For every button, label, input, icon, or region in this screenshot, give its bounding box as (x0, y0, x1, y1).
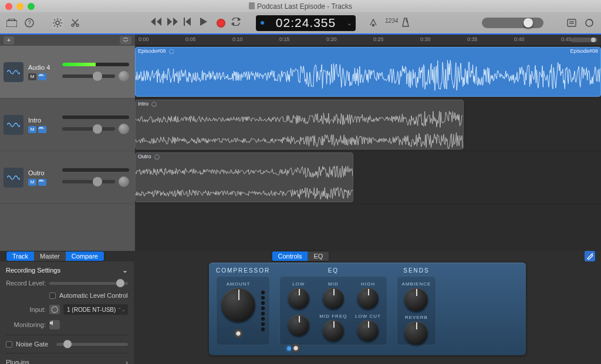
close-icon[interactable] (5, 3, 12, 10)
track-header-options[interactable] (120, 36, 131, 45)
eq-knob[interactable] (357, 320, 379, 341)
svg-line-8 (54, 19, 55, 21)
ambience-knob[interactable] (404, 288, 428, 311)
mute-button[interactable]: M (28, 126, 36, 133)
tuner-icon[interactable] (369, 18, 379, 28)
settings-icon[interactable] (52, 17, 63, 29)
monitoring-button[interactable] (49, 320, 60, 329)
region-label: Episode#08 (570, 48, 598, 54)
pan-knob[interactable] (119, 71, 129, 81)
track-type-icon (4, 115, 23, 135)
smart-controls-panel: Track Master Compare Controls EQ Recordi… (0, 251, 601, 364)
noise-gate-checkbox[interactable] (6, 341, 12, 348)
mute-button[interactable]: M (28, 179, 36, 186)
count-in-button[interactable]: 1234 (385, 18, 396, 28)
time-ruler[interactable]: 0:000:050:100:150:200:250:300:350:400:45 (135, 35, 601, 46)
maximize-icon[interactable] (28, 3, 35, 10)
audio-region[interactable]: Outro ◯ (135, 152, 353, 202)
eq-knob[interactable] (288, 288, 309, 309)
track-type-icon (4, 62, 23, 82)
svg-marker-17 (157, 18, 161, 26)
region-label: Outro ◯ (138, 154, 160, 159)
eq-knob-label: MID (328, 281, 339, 287)
mute-button[interactable]: M (28, 73, 36, 80)
chevron-down-icon[interactable]: ⌄ (122, 266, 128, 274)
audio-region[interactable]: Intro ◯ (135, 100, 464, 149)
eq-knob[interactable] (357, 288, 379, 309)
audio-region[interactable]: Episode#08 ◯Episode#08 (135, 47, 601, 97)
inspector-tabs[interactable]: Track Master Compare (6, 251, 104, 261)
recording-settings: Recording Settings ⌄ Record Level: Autom… (0, 261, 134, 364)
metronome-icon[interactable] (401, 18, 412, 28)
zoom-slider[interactable] (571, 38, 597, 42)
noise-gate-slider[interactable] (56, 343, 128, 346)
document-icon (249, 2, 255, 9)
tab-master[interactable]: Master (34, 251, 66, 261)
svg-line-11 (54, 25, 55, 26)
master-volume-slider[interactable] (482, 18, 543, 28)
track-lane[interactable]: Outro ◯ (135, 151, 601, 204)
compressor-amount-knob[interactable] (221, 288, 255, 322)
eq-knob-label: LOW (292, 281, 305, 287)
eq-knob[interactable] (323, 288, 344, 309)
eq-knob[interactable] (323, 320, 344, 341)
ruler-tick: 0:40 (514, 36, 525, 42)
tab-compare[interactable]: Compare (66, 251, 104, 261)
track-lane[interactable]: Episode#08 ◯Episode#08 (135, 46, 601, 98)
loops-icon[interactable] (583, 17, 595, 29)
ruler-tick: 0:15 (279, 36, 290, 42)
pan-knob[interactable] (119, 124, 129, 134)
cycle-button[interactable] (231, 18, 242, 28)
go-to-start-button[interactable] (184, 18, 194, 28)
chevron-down-icon[interactable]: ⌄ (347, 20, 352, 26)
volume-slider[interactable] (62, 74, 115, 78)
add-track-button[interactable]: + (4, 36, 14, 45)
pan-knob[interactable] (119, 176, 129, 187)
library-button[interactable] (6, 17, 18, 29)
solo-button[interactable] (38, 126, 46, 133)
level-meter (62, 63, 129, 66)
forward-button[interactable] (167, 18, 178, 28)
track-header[interactable]: Audio 4M (0, 46, 135, 98)
record-level-label: Record Level: (6, 280, 46, 287)
track-lane[interactable]: Intro ◯ (135, 98, 601, 151)
svg-marker-16 (151, 18, 156, 26)
record-level-slider[interactable] (49, 282, 128, 285)
svg-line-9 (60, 25, 61, 26)
ruler-tick: 0:30 (420, 36, 431, 42)
track-list: + Audio 4MIntroMOutroM (0, 35, 135, 251)
lcd-time: 02:24.355 (276, 16, 336, 30)
ruler-tick: 0:45 (561, 36, 572, 42)
eq-knob[interactable] (288, 315, 309, 336)
rewind-button[interactable] (151, 18, 161, 28)
track-header[interactable]: IntroM (0, 98, 135, 151)
ruler-tick: 0:00 (139, 36, 149, 42)
minimize-icon[interactable] (16, 3, 23, 10)
edit-smart-controls-button[interactable] (585, 251, 595, 261)
tab-track[interactable]: Track (6, 251, 34, 261)
ruler-tick: 0:25 (373, 36, 384, 42)
solo-button[interactable] (38, 179, 46, 186)
record-button[interactable] (217, 19, 225, 28)
arrangement-area[interactable]: 0:000:050:100:150:200:250:300:350:400:45… (135, 35, 601, 251)
tab-controls[interactable]: Controls (272, 251, 308, 261)
region-label: Episode#08 ◯ (138, 48, 174, 54)
time-display[interactable]: 02:24.355 ⌄ (256, 15, 356, 31)
help-icon[interactable]: ? (23, 17, 35, 29)
track-header[interactable]: OutroM (0, 151, 135, 204)
alc-checkbox[interactable] (49, 292, 56, 299)
volume-slider[interactable] (62, 127, 115, 131)
notepad-icon[interactable] (566, 17, 578, 29)
window-titlebar: Podcast Last Episode - Tracks (0, 0, 601, 12)
tab-eq[interactable]: EQ (308, 251, 329, 261)
input-format-button[interactable]: ◯ (49, 305, 60, 314)
scissors-icon[interactable] (69, 17, 81, 29)
view-tabs[interactable]: Controls EQ (272, 251, 330, 261)
compressor-title: COMPRESSOR (216, 267, 270, 274)
play-button[interactable] (200, 18, 211, 28)
solo-button[interactable] (38, 73, 46, 80)
chevron-right-icon[interactable]: › (126, 359, 128, 364)
input-select[interactable]: 1 (RODE NT-USB)⌃⌄ (63, 304, 128, 315)
volume-slider[interactable] (62, 180, 115, 183)
reverb-knob[interactable] (404, 321, 428, 345)
